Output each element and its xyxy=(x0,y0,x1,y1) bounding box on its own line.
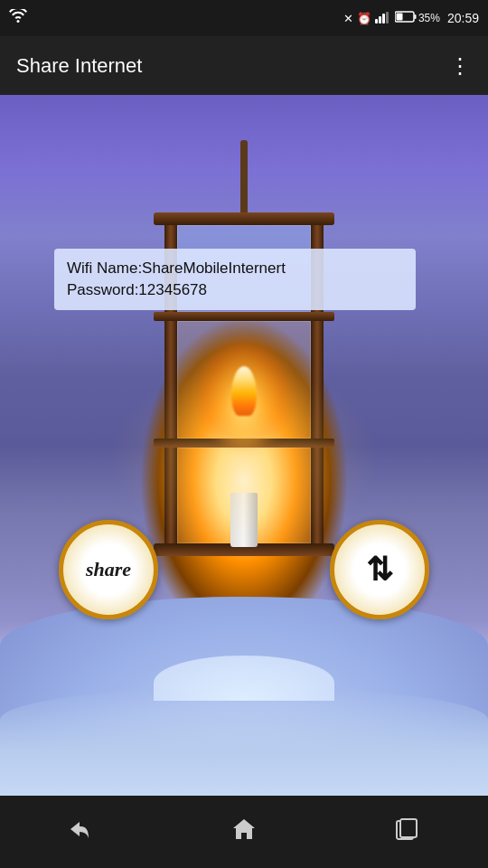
svg-rect-8 xyxy=(400,819,417,837)
share-button-label: share xyxy=(86,558,131,581)
svg-rect-6 xyxy=(396,14,402,21)
back-button[interactable] xyxy=(50,805,113,859)
svg-rect-3 xyxy=(386,12,389,24)
snow-overlay xyxy=(0,687,488,796)
battery-percent: 35% xyxy=(418,12,440,24)
lantern-bar-top xyxy=(154,212,334,225)
wifi-password-text: Password:12345678 xyxy=(67,279,403,301)
wifi-info-box: Wifi Name:ShareMobileInternert Password:… xyxy=(54,249,416,310)
transfer-button[interactable]: ⇅ xyxy=(330,520,429,619)
candle-body xyxy=(230,493,258,547)
navigation-bar xyxy=(0,796,488,868)
main-content: Wifi Name:ShareMobileInternert Password:… xyxy=(0,95,488,796)
back-icon xyxy=(69,818,94,846)
block-icon: ✕ xyxy=(343,12,353,25)
more-menu-button[interactable]: ⋮ xyxy=(449,53,472,79)
wifi-status-icon xyxy=(9,9,27,27)
signal-icon xyxy=(375,11,391,26)
transfer-arrows-icon: ⇅ xyxy=(366,553,393,586)
wifi-name-text: Wifi Name:ShareMobileInternert xyxy=(67,258,403,279)
svg-rect-1 xyxy=(379,16,381,24)
home-button[interactable] xyxy=(212,805,276,859)
home-icon xyxy=(231,817,257,847)
alarm-icon: ⏰ xyxy=(357,12,371,25)
status-bar: ✕ ⏰ 35% 20:59 xyxy=(0,0,488,36)
page-title: Share Internet xyxy=(16,54,142,78)
toolbar: Share Internet ⋮ xyxy=(0,36,488,95)
time-display: 20:59 xyxy=(447,11,479,25)
lantern-bar-mid1 xyxy=(154,312,334,321)
share-button[interactable]: share xyxy=(59,520,158,619)
svg-rect-0 xyxy=(375,19,378,24)
battery-container: 35% xyxy=(395,11,440,25)
svg-rect-2 xyxy=(382,14,385,24)
lantern-post xyxy=(240,140,248,222)
recents-button[interactable] xyxy=(375,805,438,859)
recents-icon xyxy=(395,817,418,847)
svg-rect-5 xyxy=(414,14,416,19)
status-left xyxy=(9,9,27,27)
battery-icon xyxy=(395,11,417,25)
status-right: ✕ ⏰ 35% 20:59 xyxy=(343,11,479,26)
snow-pile xyxy=(154,656,334,701)
